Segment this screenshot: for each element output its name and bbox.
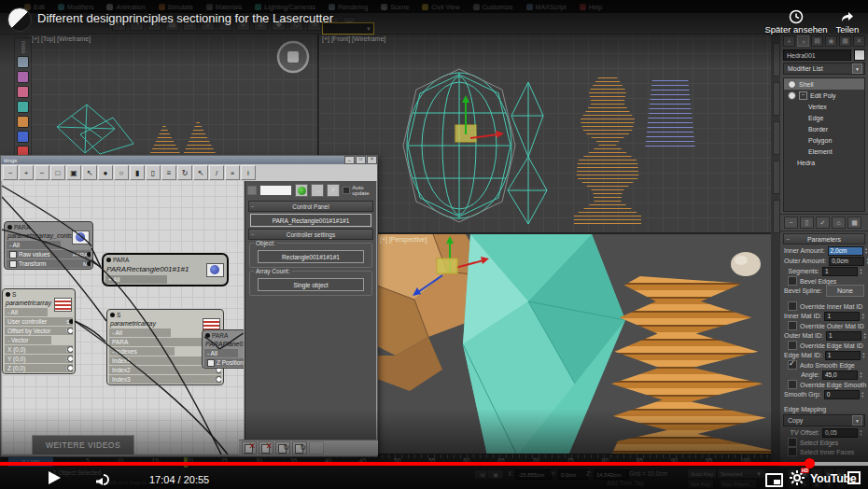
refresh-node-icon[interactable]: ↻ <box>275 441 290 454</box>
menu-item[interactable]: Customize <box>473 4 513 10</box>
para-section-icon[interactable] <box>17 116 29 128</box>
input-port[interactable] <box>106 258 111 262</box>
input-port[interactable] <box>110 313 115 317</box>
tv-offset-field[interactable]: 0,05 <box>822 428 858 438</box>
tab-display[interactable]: ▦ <box>839 35 851 47</box>
selection-lock-icon[interactable]: ▣ <box>487 469 504 480</box>
input-port[interactable] <box>6 292 10 297</box>
spinner[interactable]: ▴▾ <box>858 267 864 276</box>
para-node-editor-window[interactable]: ttings _ □ × ~+−□▣↖●○▮▯≡↻↖/×i PARA param… <box>0 155 378 457</box>
watch-later-button[interactable]: Später ansehen <box>760 9 833 35</box>
modifier-list-dropdown[interactable]: Modifier List▼ <box>783 63 865 75</box>
object-color-swatch[interactable] <box>854 49 865 61</box>
refresh-selection-icon[interactable]: ↻ <box>292 441 307 454</box>
viewport-perspective[interactable]: [+] [Perspective] <box>377 234 771 455</box>
stack-tool-button[interactable]: − <box>784 217 798 229</box>
checkbox[interactable] <box>207 359 215 367</box>
output-port[interactable] <box>87 252 91 257</box>
stack-subitem-vertex[interactable]: Vertex <box>784 101 864 112</box>
video-title[interactable]: Different designprinciples sectioning fo… <box>37 11 333 25</box>
show-all-icon[interactable]: ● <box>98 165 113 180</box>
viewport-front[interactable]: [+] [Front] [Wireframe] <box>319 34 771 233</box>
panel-checkbox[interactable] <box>247 186 257 195</box>
forward-button[interactable]: → <box>311 184 324 197</box>
object-name-field[interactable]: Hedra001 <box>783 49 851 61</box>
spinner[interactable]: ▴▾ <box>863 246 868 256</box>
viewport-persp-label[interactable]: [+] [Perspective] <box>380 236 427 243</box>
info-icon[interactable]: i <box>241 165 256 180</box>
override-edge-checkbox[interactable] <box>788 341 797 350</box>
menu-item[interactable]: Modifiers <box>58 4 93 10</box>
override-inner-checkbox[interactable] <box>788 301 797 311</box>
tab-motion[interactable]: ◉ <box>825 35 837 47</box>
minimize-button[interactable]: _ <box>344 156 355 164</box>
tab-create[interactable]: + <box>783 35 795 47</box>
checkbox[interactable] <box>9 260 17 268</box>
stack-item-hedra[interactable]: Hedra <box>784 157 864 168</box>
stack-subitem-polygon[interactable]: Polygon <box>784 134 864 146</box>
spinner[interactable]: ▴▾ <box>858 428 864 438</box>
input-port[interactable] <box>7 225 12 230</box>
node-parametricarray-1[interactable]: S parametricarray - All User controllerS… <box>2 288 76 374</box>
close-button[interactable]: × <box>367 156 377 164</box>
miniplayer-icon[interactable] <box>765 473 783 487</box>
add-time-tag[interactable]: Add Time Tag <box>607 480 644 486</box>
edge-mat-field[interactable]: 1 <box>825 351 861 360</box>
stack-tool-button[interactable]: ▦ <box>847 217 861 229</box>
tab-utilities[interactable]: ✕ <box>853 35 865 47</box>
menu-item[interactable]: Help <box>580 4 602 10</box>
output-port[interactable] <box>69 319 73 324</box>
output-port[interactable] <box>67 346 73 353</box>
ribbon-vertical-tabs[interactable] <box>771 34 780 467</box>
fullscreen-button[interactable] <box>847 471 861 484</box>
viewport-front-label[interactable]: [+] [Front] [Wireframe] <box>322 35 385 42</box>
user-icon[interactable] <box>309 441 324 454</box>
para-gear-icon[interactable] <box>17 56 29 68</box>
node-para-rectangle[interactable]: PARA PARARectangle001#1#1 + All <box>102 253 229 286</box>
menu-item[interactable]: Lighting/Cameras <box>255 4 315 10</box>
zoom-region-icon[interactable]: □ <box>50 165 65 180</box>
spinner[interactable]: ▴▾ <box>861 331 868 341</box>
smooth-grp-field[interactable]: 0 <box>824 390 860 399</box>
outer-mat-field[interactable]: 1 <box>826 331 861 341</box>
override-outer-checkbox[interactable] <box>788 321 797 330</box>
stack-tool-button[interactable]: ▯ <box>800 217 814 229</box>
menu-item[interactable]: MAXScript <box>526 4 567 10</box>
auto-smooth-checkbox[interactable] <box>788 360 797 370</box>
spinner[interactable]: ▴▾ <box>860 312 866 321</box>
para-contour-icon[interactable] <box>17 86 29 98</box>
x-coordinate-field[interactable]: -15,855cm <box>515 469 553 480</box>
select-node-icon[interactable]: ↖ <box>82 165 97 180</box>
select-edges-checkbox[interactable] <box>788 438 797 447</box>
spinner[interactable]: ▴▾ <box>861 351 867 360</box>
key-filters-button[interactable]: Key Filters... <box>719 479 757 489</box>
node-para-plane[interactable]: PARA PARAPlane0... - All Z Position <box>202 329 244 369</box>
more-videos-button[interactable]: WEITERE VIDEOS <box>32 435 134 455</box>
layout-horizontal-icon[interactable]: ▯ <box>146 165 161 180</box>
set-key-button[interactable]: Set Key <box>687 479 714 489</box>
zoom-in-icon[interactable]: + <box>19 165 34 180</box>
output-port[interactable] <box>87 261 91 266</box>
checkbox[interactable] <box>9 251 17 258</box>
menu-item[interactable]: Simulate <box>159 4 193 10</box>
output-port[interactable] <box>67 328 73 334</box>
settings-gear-icon[interactable]: HD <box>790 470 805 489</box>
tab-hierarchy[interactable]: ▤ <box>811 35 823 47</box>
run-button[interactable] <box>295 184 308 197</box>
channel-avatar[interactable] <box>7 7 32 32</box>
stack-item-shell[interactable]: Shell <box>784 78 864 90</box>
selected-node-button[interactable]: PARA_Rectangle001#1#1#1 <box>250 214 371 227</box>
output-port[interactable] <box>67 356 73 362</box>
auto-key-button[interactable]: Auto Key <box>687 468 717 479</box>
array-count-button[interactable]: Single object <box>258 278 364 291</box>
menu-item[interactable]: Materials <box>206 4 242 10</box>
delete-selection-icon[interactable]: ✕ <box>259 441 273 454</box>
object-pick-button[interactable]: Rectangle001#1#1#1 <box>258 250 364 263</box>
name-filter-field[interactable] <box>259 185 292 196</box>
input-port[interactable] <box>205 333 210 338</box>
segments-field[interactable]: 1 <box>822 267 858 276</box>
stack-subitem-element[interactable]: Element <box>784 146 864 157</box>
selection-set-dropdown[interactable]: Selected▼ <box>717 468 765 479</box>
edge-mapping-dropdown[interactable]: Copy▼ <box>783 414 865 426</box>
zoom-extents-icon[interactable]: ▣ <box>66 165 81 180</box>
